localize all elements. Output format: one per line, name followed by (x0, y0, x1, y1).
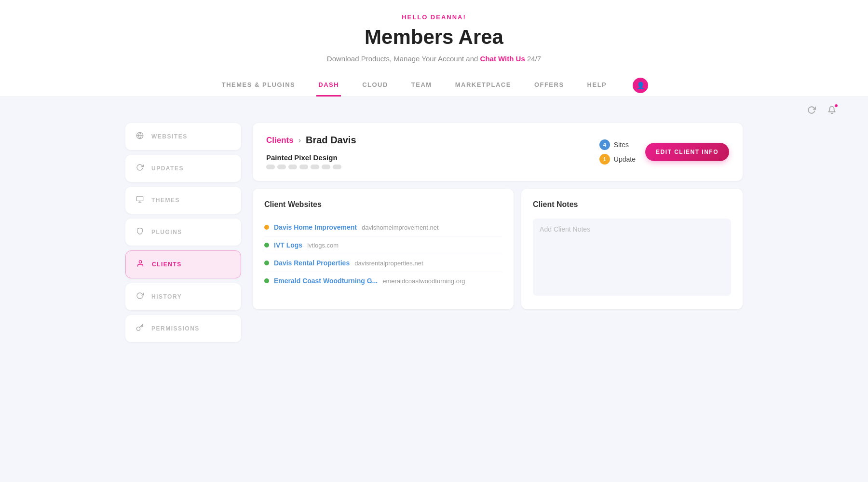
key-icon (135, 324, 145, 333)
svg-point-5 (139, 261, 141, 263)
website-url: ivtlogs.com (307, 242, 339, 249)
sidebar-item-label: THEMES (151, 197, 180, 204)
sites-stat: 4 Sites (599, 139, 636, 150)
status-dot (264, 261, 269, 265)
website-name[interactable]: Davis Rental Properties (274, 259, 350, 267)
website-name[interactable]: IVT Logs (274, 241, 302, 249)
toolbar (0, 97, 868, 123)
url-dot (333, 165, 341, 169)
sidebar-item-updates[interactable]: UPDATES (125, 155, 241, 182)
edit-client-button[interactable]: EDIT CLIENT INFO (645, 143, 729, 161)
sites-label: Sites (614, 141, 629, 149)
svg-rect-2 (136, 196, 143, 201)
refresh-icon (135, 164, 145, 173)
main-nav: THEMES & PLUGINS DASH CLOUD TEAM MARKETP… (10, 74, 858, 96)
sidebar-item-plugins[interactable]: PLUGINS (125, 219, 241, 246)
chat-link[interactable]: Chat With Us (480, 55, 525, 63)
subtitle: Download Products, Manage Your Account a… (10, 55, 858, 63)
monitor-icon (135, 195, 145, 205)
client-websites-panel: Client Websites Davis Home Improvement d… (253, 189, 514, 309)
notes-input[interactable] (533, 219, 731, 296)
updates-stat: 1 Update (599, 154, 636, 165)
nav-themes-plugins[interactable]: THEMES & PLUGINS (220, 74, 298, 96)
title-left: Clients › Brad Davis Painted Pixel Desig… (266, 135, 356, 169)
breadcrumb: Clients › Brad Davis (266, 135, 356, 146)
sidebar-item-clients[interactable]: CLIENTS (125, 250, 241, 278)
panels-row: Client Websites Davis Home Improvement d… (253, 189, 743, 309)
nav-marketplace[interactable]: MARKETPLACE (453, 74, 513, 96)
url-dot (277, 165, 286, 169)
url-dot (288, 165, 297, 169)
website-url: davisrentalproperties.net (354, 260, 423, 267)
main-content: Clients › Brad Davis Painted Pixel Desig… (253, 123, 743, 342)
url-dot (266, 165, 275, 169)
sidebar-item-label: HISTORY (151, 293, 182, 300)
nav-offers[interactable]: OFFERS (532, 74, 566, 96)
history-icon (135, 292, 145, 302)
sites-badge: 4 (599, 139, 610, 150)
sidebar-item-label: PERMISSIONS (151, 325, 200, 332)
website-item: Davis Rental Properties davisrentalprope… (264, 254, 502, 272)
website-item: IVT Logs ivtlogs.com (264, 236, 502, 254)
globe-icon (135, 132, 145, 141)
client-url-bar (266, 165, 356, 169)
sidebar-item-websites[interactable]: WEBSITES (125, 123, 241, 150)
url-dot (311, 165, 319, 169)
client-notes-panel: Client Notes (521, 189, 743, 309)
nav-dash[interactable]: DASH (316, 74, 341, 96)
client-company: Painted Pixel Design (266, 153, 356, 162)
nav-cloud[interactable]: CLOUD (360, 74, 390, 96)
breadcrumb-link[interactable]: Clients (266, 136, 294, 145)
breadcrumb-current: Brad Davis (306, 135, 356, 146)
user-icon (136, 260, 145, 269)
updates-badge: 1 (599, 154, 610, 165)
title-card: Clients › Brad Davis Painted Pixel Desig… (253, 123, 743, 181)
status-dot (264, 278, 269, 283)
sidebar-item-permissions[interactable]: PERMISSIONS (125, 315, 241, 342)
refresh-icon[interactable] (804, 103, 819, 117)
page-title: Members Area (10, 26, 858, 49)
sidebar-item-label: PLUGINS (151, 229, 182, 235)
sidebar-item-label: UPDATES (151, 165, 184, 172)
website-name[interactable]: Emerald Coast Woodturning G... (274, 277, 378, 285)
website-item: Emerald Coast Woodturning G... emeraldco… (264, 272, 502, 289)
website-item: Davis Home Improvement davishomeimprovem… (264, 219, 502, 236)
nav-team[interactable]: TEAM (409, 74, 434, 96)
shield-icon (135, 227, 145, 237)
websites-panel-title: Client Websites (264, 200, 502, 209)
updates-label: Update (614, 155, 636, 163)
sidebar-item-label: WEBSITES (151, 133, 188, 140)
sidebar-item-history[interactable]: HISTORY (125, 283, 241, 310)
page-layout: WEBSITES UPDATES THEMES PLUGINS CLIENTS (96, 123, 772, 361)
sidebar-item-label: CLIENTS (152, 261, 182, 268)
url-dot (322, 165, 330, 169)
user-avatar[interactable]: 👤 (633, 78, 648, 93)
nav-help[interactable]: HELP (585, 74, 609, 96)
notes-panel-title: Client Notes (533, 200, 731, 209)
sidebar: WEBSITES UPDATES THEMES PLUGINS CLIENTS (125, 123, 241, 342)
status-dot (264, 225, 269, 230)
status-dot (264, 243, 269, 248)
website-url: davishomeimprovement.net (362, 224, 439, 231)
url-dot (299, 165, 308, 169)
title-right: 4 Sites 1 Update EDIT CLIENT INFO (599, 139, 729, 165)
hello-greeting: HELLO DEANNA! (10, 14, 858, 21)
breadcrumb-separator: › (298, 136, 301, 145)
notification-dot (834, 104, 838, 108)
website-url: emeraldcoastwoodturning.org (382, 277, 465, 285)
sidebar-item-themes[interactable]: THEMES (125, 187, 241, 214)
website-name[interactable]: Davis Home Improvement (274, 223, 357, 231)
notification-icon[interactable] (825, 103, 839, 117)
stats-group: 4 Sites 1 Update (599, 139, 636, 165)
